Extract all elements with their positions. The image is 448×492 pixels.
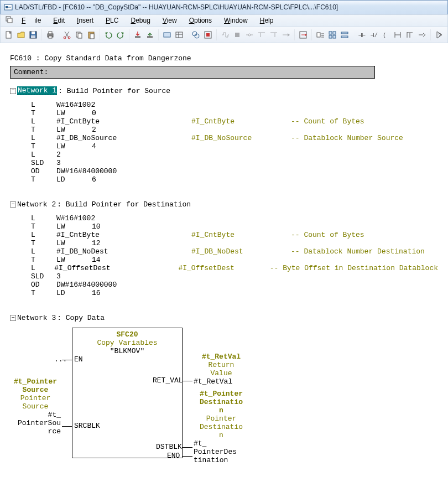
network-3-label[interactable]: Network 3: [17, 314, 56, 322]
svg-text:⊣⊢: ⊣⊢: [358, 32, 366, 39]
dst-variable: #t_Pointer Destinatio n Pointer Destinat…: [194, 390, 249, 464]
fbd-block[interactable]: SFC20 Copy Variables "BLKMOV" ... EN RET…: [38, 328, 438, 472]
collapse-icon[interactable]: −: [10, 88, 16, 94]
comment-box[interactable]: Comment:: [10, 66, 375, 79]
svg-rect-11: [49, 36, 52, 38]
connector-right-button[interactable]: [417, 29, 427, 41]
eno-pin: ENO: [167, 452, 180, 460]
svg-rect-19: [90, 34, 94, 39]
collapse-icon[interactable]: −: [10, 201, 16, 208]
output-coil-button[interactable]: ( ): [381, 29, 390, 41]
coil-close-button[interactable]: ⊣/⊢: [368, 29, 378, 41]
network-1: − Network 1 : Build Pointer for Source L…: [10, 86, 438, 184]
coil-open-button[interactable]: ⊣⊢: [356, 29, 366, 41]
editor-content: FC610 : Copy Standard Data from Dangerzo…: [0, 43, 448, 488]
svg-marker-38: [288, 33, 290, 37]
details-button[interactable]: [340, 29, 350, 41]
block-type: SFC20: [72, 330, 182, 339]
comment-label: Comment:: [14, 68, 48, 76]
svg-rect-47: [333, 32, 336, 34]
ref-button[interactable]: [174, 29, 184, 41]
goto-button[interactable]: [298, 29, 308, 41]
print-button[interactable]: [45, 29, 55, 41]
download-button[interactable]: [133, 29, 143, 41]
paste-button[interactable]: [86, 29, 96, 41]
overview-button[interactable]: [327, 29, 337, 41]
menu-debug[interactable]: Debug: [126, 15, 154, 25]
network-2-code[interactable]: LW#16#1002TLW10L#I_CntByte#I_CntByte-- C…: [31, 214, 438, 297]
rung-button[interactable]: [393, 29, 403, 41]
network-3-title: : Copy Data: [57, 314, 105, 322]
network-3: − Network 3 : Copy Data SFC20 Copy Varia…: [10, 314, 438, 472]
svg-rect-17: [78, 33, 82, 38]
svg-rect-8: [31, 35, 35, 38]
svg-rect-23: [176, 32, 183, 38]
network-1-label[interactable]: Network 1: [17, 86, 57, 95]
upload-button[interactable]: [145, 29, 155, 41]
help-button[interactable]: ?: [434, 29, 444, 41]
open-button[interactable]: [16, 29, 26, 41]
svg-rect-10: [49, 32, 52, 34]
rung-down-button[interactable]: [405, 29, 415, 41]
menu-window[interactable]: Window: [220, 15, 252, 25]
en-pin: EN: [74, 355, 83, 364]
block-name: "BLKMOV": [72, 347, 182, 355]
svg-text:⊣/⊢: ⊣/⊢: [371, 32, 378, 39]
block-button[interactable]: [162, 29, 172, 41]
toolbar: ⊣⊢ ⊣/⊢ ( ) ?: [0, 27, 448, 43]
svg-rect-51: [341, 36, 348, 38]
menu-bar: File Edit Insert PLC Debug View Options …: [0, 14, 448, 27]
new-button[interactable]: [4, 29, 14, 41]
menu-file[interactable]: File: [17, 15, 45, 25]
svg-rect-42: [317, 33, 320, 37]
network-2-label[interactable]: Network 2: [17, 200, 56, 209]
svg-rect-46: [329, 32, 332, 34]
svg-point-14: [64, 37, 66, 39]
svg-point-15: [68, 37, 70, 39]
title-bar: LAD/STL/FBD - [FC610 -- "DB_CopyStDa" --…: [0, 0, 448, 14]
window-restore-icon[interactable]: [5, 15, 14, 24]
retval-variable: #t_RetVal Return Value #t_RetVal: [194, 353, 249, 386]
fc-title: FC610 : Copy Standard Data from Dangerzo…: [10, 54, 438, 63]
menu-edit[interactable]: Edit: [49, 15, 69, 25]
svg-rect-22: [164, 33, 170, 37]
network-1-code[interactable]: LW#16#1002TLW0L#I_CntByte#I_CntByte-- Co…: [31, 101, 438, 184]
svg-rect-48: [329, 35, 332, 38]
network-2-title: : Build Pointer for Destination: [57, 200, 191, 209]
branch-open-button[interactable]: [257, 29, 267, 41]
run-button[interactable]: [220, 29, 230, 41]
menu-insert[interactable]: Insert: [72, 15, 98, 25]
svg-text:?: ?: [438, 33, 441, 39]
retval-pin: RET_VAL: [153, 376, 183, 385]
svg-point-32: [248, 34, 251, 36]
svg-rect-1: [6, 6, 8, 8]
menu-help[interactable]: Help: [256, 15, 278, 25]
menu-options[interactable]: Options: [185, 15, 216, 25]
svg-rect-4: [8, 18, 12, 23]
catalog-button[interactable]: [315, 29, 325, 41]
copy-button[interactable]: [74, 29, 84, 41]
monitor-button[interactable]: [191, 29, 201, 41]
block-desc: Copy Variables: [72, 339, 182, 347]
menu-view[interactable]: View: [158, 15, 181, 25]
src-variable: #t_Pointer Source Pointer Source #t_ Poi…: [10, 377, 61, 436]
dstblk-pin: DSTBLK: [156, 443, 182, 451]
app-icon: [4, 3, 13, 12]
undo-button[interactable]: [103, 29, 113, 41]
branch-close-button[interactable]: [269, 29, 279, 41]
menu-plc[interactable]: PLC: [101, 15, 123, 25]
cut-button[interactable]: [62, 29, 72, 41]
srcblk-pin: SRCBLK: [74, 422, 100, 430]
svg-rect-7: [32, 32, 35, 34]
svg-rect-29: [206, 33, 210, 37]
connector-button[interactable]: [281, 29, 291, 41]
stop-button[interactable]: [232, 29, 242, 41]
prog-elements-button[interactable]: [203, 29, 213, 41]
redo-button[interactable]: [116, 29, 126, 41]
collapse-icon[interactable]: −: [10, 315, 16, 321]
not-button[interactable]: [244, 29, 254, 41]
save-button[interactable]: [28, 29, 38, 41]
network-1-title: : Build Pointer for Source: [58, 87, 170, 95]
en-dots: ...: [54, 355, 67, 364]
svg-rect-20: [135, 36, 140, 38]
